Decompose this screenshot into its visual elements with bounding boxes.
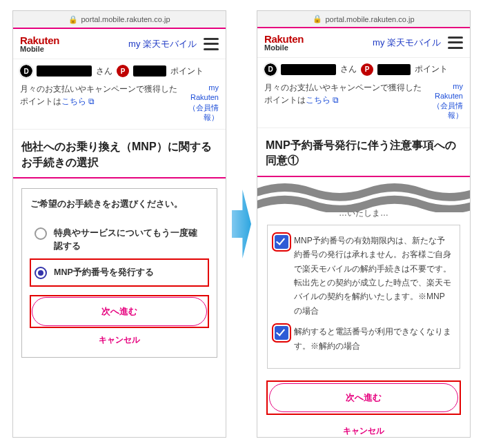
app-header: Rakuten Mobile my 楽天モバイル	[13, 29, 226, 59]
points-suffix: ポイント	[170, 65, 204, 77]
brand-top: Rakuten	[20, 35, 59, 45]
transition-arrow-icon	[232, 190, 251, 258]
cancel-link[interactable]: キャンセル	[257, 425, 470, 437]
points-icon: P	[361, 63, 373, 76]
radio-icon	[34, 227, 47, 240]
external-link-icon: ⧉	[88, 96, 95, 106]
lock-icon: 🔒	[68, 15, 78, 24]
phone-left: 🔒 portal.mobile.rakuten.co.jp Rakuten Mo…	[12, 10, 226, 438]
points-info-text: 月々のお支払いやキャンペーンで獲得したポイントは	[20, 84, 177, 106]
app-header: Rakuten Mobile my 楽天モバイル	[257, 28, 470, 57]
url-bar: 🔒 portal.mobile.rakuten.co.jp	[257, 11, 470, 28]
radio-option-confirm-benefits[interactable]: 特典やサービスについてもう一度確認する	[30, 220, 208, 260]
radio-label: 特典やサービスについてもう一度確認する	[54, 227, 204, 253]
page-title: MNP予約番号発行に伴う注意事項への同意①	[257, 128, 470, 177]
url-text: portal.mobile.rakuten.co.jp	[325, 15, 414, 23]
hamburger-icon[interactable]	[204, 38, 219, 50]
card-lead: ご希望のお手続きをお選びください。	[30, 198, 208, 210]
lock-icon: 🔒	[313, 14, 322, 23]
phone-right: 🔒 portal.mobile.rakuten.co.jp Rakuten Mo…	[257, 10, 471, 438]
diamond-rank-icon: D	[20, 65, 32, 77]
brand-bottom: Mobile	[20, 45, 59, 53]
agreement-text: 解約すると電話番号が利用できなくなります。※解約の場合	[294, 325, 453, 353]
url-text: portal.mobile.rakuten.co.jp	[81, 15, 170, 23]
points-info-line: 月々のお支払いやキャンペーンで獲得したポイントはこちら ⧉ my Rakuten…	[257, 79, 470, 128]
hamburger-icon[interactable]	[448, 37, 463, 49]
my-rakuten-mobile-link[interactable]: my 楽天モバイル	[373, 37, 441, 49]
points-suffix: ポイント	[415, 63, 448, 75]
radio-icon-selected	[34, 267, 47, 279]
points-icon: P	[117, 65, 129, 77]
url-bar: 🔒 portal.mobile.rakuten.co.jp	[13, 11, 226, 29]
brand-top: Rakuten	[264, 34, 304, 44]
agreement-item-2[interactable]: 解約すると電話番号が利用できなくなります。※解約の場合	[275, 325, 453, 353]
diamond-rank-icon: D	[264, 63, 277, 76]
user-bar: D さん P ポイント	[257, 58, 470, 79]
san-suffix: さん	[96, 65, 112, 77]
procedure-card: ご希望のお手続きをお選びください。 特典やサービスについてもう一度確認する MN…	[21, 188, 217, 358]
brand-bottom: Mobile	[264, 44, 304, 52]
cancel-link[interactable]: キャンセル	[30, 334, 208, 346]
agreement-text: MNP予約番号の有効期限内は、新たな予約番号の発行は承れません。お客様ご自身で楽…	[294, 234, 453, 318]
next-button[interactable]: 次へ進む	[269, 383, 458, 412]
user-name-redacted	[281, 64, 336, 75]
san-suffix: さん	[340, 63, 357, 75]
my-rakuten-member-link[interactable]: my Rakuten（会員情報）	[426, 81, 463, 121]
points-info-line: 月々のお支払いやキャンペーンで獲得したポイントはこちら ⧉ my Rakuten…	[13, 80, 226, 130]
brand-logo[interactable]: Rakuten Mobile	[264, 34, 304, 52]
checkbox-checked-icon[interactable]	[275, 326, 288, 340]
agreement-box: MNP予約番号の有効期限内は、新たな予約番号の発行は承れません。お客様ご自身で楽…	[267, 225, 460, 369]
radio-label: MNP予約番号を発行する	[54, 266, 154, 279]
content-omitted-wave	[257, 181, 470, 212]
radio-option-issue-mnp[interactable]: MNP予約番号を発行する	[30, 259, 208, 286]
my-rakuten-mobile-link[interactable]: my 楽天モバイル	[128, 38, 197, 50]
points-redacted	[133, 65, 166, 77]
points-redacted	[377, 64, 411, 75]
brand-logo[interactable]: Rakuten Mobile	[20, 35, 59, 53]
points-info-text: 月々のお支払いやキャンペーンで獲得したポイントは	[264, 83, 422, 105]
next-button[interactable]: 次へ進む	[32, 297, 207, 326]
checkbox-checked-icon[interactable]	[275, 235, 288, 249]
user-bar: D さん P ポイント	[13, 59, 226, 80]
points-info-link[interactable]: こちら	[61, 96, 86, 106]
external-link-icon: ⧉	[333, 95, 339, 105]
points-info-link[interactable]: こちら	[306, 95, 331, 105]
page-title: 他社へのお乗り換え（MNP）に関するお手続きの選択	[13, 130, 226, 179]
agreement-item-1[interactable]: MNP予約番号の有効期限内は、新たな予約番号の発行は承れません。お客様ご自身で楽…	[275, 234, 453, 318]
my-rakuten-member-link[interactable]: my Rakuten（会員情報）	[181, 83, 219, 122]
user-name-redacted	[37, 65, 92, 77]
